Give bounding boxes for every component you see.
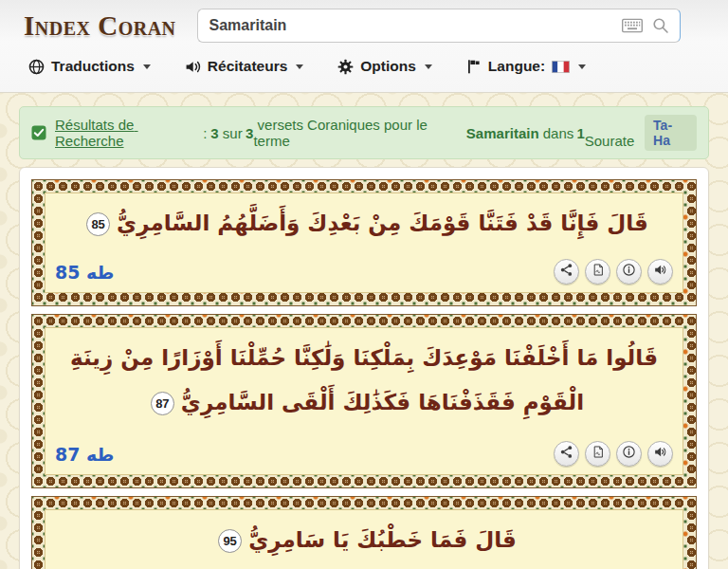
nav-options[interactable]: Options xyxy=(337,58,432,75)
main-nav: Traductions Récitateurs xyxy=(0,46,728,75)
verse-arabic-text: قَالُوا مَا أَخْلَفْنَا مَوْعِدَكَ بِمَل… xyxy=(46,328,682,425)
header-top-row: Index Coran xyxy=(0,0,728,46)
results-panel: قَالَ فَإِنَّا قَدْ فَتَنَّا قَوْمَكَ مِ… xyxy=(19,167,709,569)
nav-traductions[interactable]: Traductions xyxy=(28,58,151,75)
pdf-icon xyxy=(592,445,605,463)
info-icon xyxy=(622,263,636,281)
verse-card: قَالَ فَإِنَّا قَدْ فَتَنَّا قَوْمَكَ مِ… xyxy=(31,179,697,306)
arabic-text: قَالَ فَمَا خَطْبُكَ يَا سَامِرِيُّ xyxy=(248,527,517,552)
share-icon xyxy=(559,263,573,281)
banner-search-term: Samaritain xyxy=(466,125,539,141)
info-icon xyxy=(622,445,636,463)
verse-card: قَالُوا مَا أَخْلَفْنَا مَوْعِدَكَ بِمَل… xyxy=(31,314,697,488)
check-icon xyxy=(31,125,46,140)
share-button[interactable] xyxy=(554,259,579,284)
results-link[interactable]: Résultats de Recherche xyxy=(55,117,203,149)
ornamental-border: قَالَ فَإِنَّا قَدْ فَتَنَّا قَوْمَكَ مِ… xyxy=(31,179,697,306)
banner-text: : xyxy=(203,125,210,141)
arabic-text: قَالَ فَإِنَّا قَدْ فَتَنَّا قَوْمَكَ مِ… xyxy=(117,211,648,235)
surah-badge[interactable]: Ta-Ha xyxy=(645,115,697,151)
nav-label: Récitateurs xyxy=(208,58,287,75)
verse-footer: طه 87 xyxy=(46,437,682,474)
globe-icon xyxy=(28,59,45,75)
search-box xyxy=(197,9,681,43)
info-button[interactable] xyxy=(616,259,642,284)
banner-text: sur xyxy=(219,125,246,141)
french-flag-icon xyxy=(552,61,570,73)
verse-number-badge: 87 xyxy=(151,392,174,415)
caret-down-icon xyxy=(143,64,151,69)
nav-label: Options xyxy=(360,58,416,75)
info-button[interactable] xyxy=(616,441,642,467)
keyboard-icon[interactable] xyxy=(622,19,643,33)
milestone-flag-icon xyxy=(466,59,482,75)
verse-arabic-text: قَالَ فَمَا خَطْبُكَ يَا سَامِرِيُّ95 xyxy=(46,510,682,562)
caret-down-icon xyxy=(578,64,586,69)
verse-actions xyxy=(554,441,673,467)
verse-reference-link[interactable]: طه 87 xyxy=(55,444,115,465)
ornamental-border: قَالَ فَمَا خَطْبُكَ يَا سَامِرِيُّ95 طه… xyxy=(31,496,697,569)
search-icon[interactable] xyxy=(652,17,669,34)
verse-footer: طه 85 xyxy=(46,255,682,292)
search-input[interactable] xyxy=(197,9,681,43)
page-body: Résultats de Recherche: 3 sur 3 versets … xyxy=(0,93,728,569)
share-icon xyxy=(559,445,573,463)
banner-count: 3 xyxy=(210,125,218,141)
share-button[interactable] xyxy=(554,441,579,467)
audio-icon xyxy=(653,445,667,463)
audio-button[interactable] xyxy=(647,441,673,467)
verse-reference-link[interactable]: طه 85 xyxy=(55,262,115,283)
logo[interactable]: Index Coran xyxy=(24,10,176,42)
header: Index Coran xyxy=(0,0,728,93)
verse-arabic-text: قَالَ فَإِنَّا قَدْ فَتَنَّا قَوْمَكَ مِ… xyxy=(46,193,682,246)
ornamental-border: قَالُوا مَا أَخْلَفْنَا مَوْعِدَكَ بِمَل… xyxy=(31,314,697,488)
caret-down-icon xyxy=(296,64,303,69)
nav-label: Traductions xyxy=(51,58,135,75)
verse-number-badge: 85 xyxy=(86,212,110,236)
banner-text: versets Coraniques pour le terme xyxy=(253,117,465,149)
gear-icon xyxy=(337,59,354,75)
verse-actions xyxy=(554,259,673,284)
caret-down-icon xyxy=(425,64,432,69)
banner-text: Sourate xyxy=(585,117,637,149)
speaker-icon xyxy=(185,59,201,75)
verse-card: قَالَ فَمَا خَطْبُكَ يَا سَامِرِيُّ95 طه… xyxy=(31,496,697,569)
audio-icon xyxy=(653,263,667,281)
pdf-button[interactable] xyxy=(585,259,610,284)
nav-recitateurs[interactable]: Récitateurs xyxy=(185,58,303,75)
nav-langue[interactable]: Langue: xyxy=(466,58,586,75)
banner-sourate-count: 1 xyxy=(576,125,584,141)
banner-total: 3 xyxy=(246,125,253,141)
audio-button[interactable] xyxy=(647,259,673,284)
results-banner: Résultats de Recherche: 3 sur 3 versets … xyxy=(19,106,709,159)
nav-label: Langue: xyxy=(488,58,545,75)
pdf-button[interactable] xyxy=(585,441,610,467)
pdf-icon xyxy=(592,263,605,281)
banner-text: dans xyxy=(539,125,577,141)
verse-number-badge: 95 xyxy=(218,529,242,553)
